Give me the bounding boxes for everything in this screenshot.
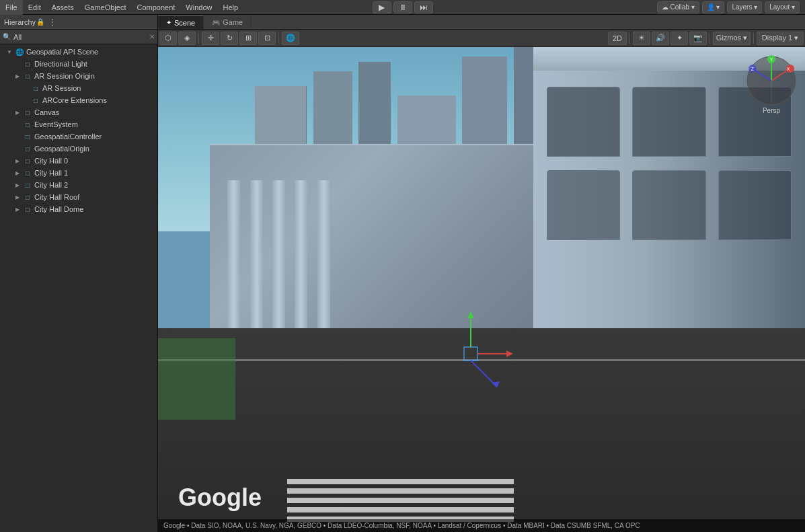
expand-arrow: ▶ bbox=[13, 72, 22, 80]
play-button[interactable]: ▶ bbox=[373, 1, 391, 13]
svg-text:X: X bbox=[787, 67, 790, 71]
cube-icon: □ bbox=[23, 192, 32, 202]
move-button[interactable]: ✛ bbox=[202, 32, 219, 45]
toolbar-separator bbox=[198, 33, 199, 44]
crosswalk-stripe bbox=[287, 488, 514, 494]
tree-item-geospatial-origin[interactable]: □ GeospatialOrigin bbox=[0, 143, 157, 155]
menu-help[interactable]: Help bbox=[217, 0, 243, 15]
menu-assets[interactable]: Assets bbox=[46, 0, 79, 15]
no-arrow bbox=[22, 96, 30, 104]
cube-icon: □ bbox=[31, 96, 40, 105]
hierarchy-tree: ▼ 🌐 Geospatial API Scene □ Directional L… bbox=[0, 44, 157, 532]
tab-game[interactable]: 🎮 Game bbox=[204, 15, 252, 29]
tree-item-label: AR Session bbox=[42, 84, 81, 92]
light-button[interactable]: ☀ bbox=[633, 32, 650, 45]
pause-button[interactable]: ⏸ bbox=[393, 1, 412, 13]
scale-button[interactable]: ⊞ bbox=[239, 32, 257, 45]
gizmos-button[interactable]: Gizmos ▾ bbox=[713, 32, 751, 45]
cube-icon: □ bbox=[23, 71, 32, 81]
tree-item-label: City Hall 2 bbox=[34, 181, 68, 189]
expand-arrow: ▶ bbox=[13, 157, 22, 165]
layout-button[interactable]: Layout ▾ bbox=[765, 1, 800, 13]
tree-item-label: ARCore Extensions bbox=[42, 96, 107, 104]
cube-icon: □ bbox=[23, 108, 32, 117]
tree-item-label: Canvas bbox=[34, 108, 59, 116]
cube-icon: □ bbox=[23, 156, 32, 165]
layers-button[interactable]: Layers ▾ bbox=[727, 1, 762, 13]
windows bbox=[547, 87, 792, 365]
tree-item-city-hall-0[interactable]: ▶ □ City Hall 0 bbox=[0, 155, 157, 167]
persp-label[interactable]: Persp bbox=[744, 107, 798, 114]
tree-item-city-hall-1[interactable]: ▶ □ City Hall 1 bbox=[0, 167, 157, 179]
scene-tab-icon: ✦ bbox=[166, 19, 171, 26]
hierarchy-search-input[interactable] bbox=[13, 33, 147, 41]
menu-edit[interactable]: Edit bbox=[23, 0, 46, 15]
audio-button[interactable]: 🔊 bbox=[652, 32, 669, 45]
tree-item-label: GeospatialController bbox=[34, 132, 102, 141]
sep5 bbox=[753, 33, 754, 44]
tree-item-geospatial-controller[interactable]: □ GeospatialController bbox=[0, 130, 157, 143]
svg-rect-0 bbox=[464, 347, 477, 360]
cube-icon: □ bbox=[23, 204, 32, 214]
cube-icon: □ bbox=[23, 59, 32, 69]
expand-arrow: ▶ bbox=[13, 181, 22, 189]
shaded-button[interactable]: ⬡ bbox=[159, 32, 177, 45]
expand-arrow: ▼ bbox=[5, 48, 13, 56]
tree-item-ar-session[interactable]: □ AR Session bbox=[0, 82, 157, 94]
tree-item-city-hall-roof[interactable]: ▶ □ City Hall Roof bbox=[0, 191, 157, 203]
rotate-button[interactable]: ↻ bbox=[221, 32, 238, 45]
camera-button[interactable]: 📷 bbox=[689, 32, 707, 45]
scene-game-tabs: ✦ Scene 🎮 Game bbox=[158, 15, 805, 30]
no-arrow bbox=[13, 120, 22, 128]
arch-window bbox=[547, 87, 620, 156]
wireframe-button[interactable]: ◈ bbox=[178, 32, 196, 45]
btn-2d[interactable]: 2D bbox=[608, 32, 627, 45]
collab-button[interactable]: ☁ Collab ▾ bbox=[657, 1, 699, 13]
tree-item-ar-session-origin[interactable]: ▶ □ AR Session Origin bbox=[0, 70, 157, 82]
tree-item-label: City Hall 1 bbox=[34, 169, 68, 177]
search-clear-icon[interactable]: ✕ bbox=[149, 33, 155, 40]
tree-item-city-hall-dome[interactable]: ▶ □ City Hall Dome bbox=[0, 203, 157, 215]
globe-button[interactable]: 🌐 bbox=[282, 32, 299, 45]
hierarchy-panel: Hierarchy 🔒 ⋮ 🔍 ✕ ▼ 🌐 Geospatial API Sce… bbox=[0, 15, 158, 532]
sep3 bbox=[629, 33, 630, 44]
tree-item-directional-light[interactable]: □ Directional Light bbox=[0, 58, 157, 70]
tree-item-eventsystem[interactable]: □ EventSystem bbox=[0, 118, 157, 130]
cube-icon: □ bbox=[23, 168, 32, 178]
crosswalk-stripe bbox=[287, 498, 514, 503]
orientation-gizmo[interactable]: X Y Z Persp bbox=[744, 54, 798, 108]
hierarchy-menu-icon[interactable]: ⋮ bbox=[48, 17, 57, 27]
game-tab-label: Game bbox=[223, 18, 243, 26]
tab-scene[interactable]: ✦ Scene bbox=[158, 15, 204, 29]
tree-item-label: GeospatialOrigin bbox=[34, 145, 89, 153]
tree-item-canvas[interactable]: ▶ □ Canvas bbox=[0, 106, 157, 118]
rect-button[interactable]: ⊡ bbox=[258, 32, 276, 45]
tree-item-city-hall-2[interactable]: ▶ □ City Hall 2 bbox=[0, 179, 157, 191]
expand-arrow: ▶ bbox=[13, 193, 22, 201]
hierarchy-lock-icon[interactable]: 🔒 bbox=[36, 17, 45, 27]
arch-window bbox=[547, 170, 620, 239]
tree-item-geospatial-api-scene[interactable]: ▼ 🌐 Geospatial API Scene bbox=[0, 46, 157, 58]
svg-marker-4 bbox=[506, 350, 513, 357]
tree-item-arcore-extensions[interactable]: □ ARCore Extensions bbox=[0, 94, 157, 106]
menu-gameobject[interactable]: GameObject bbox=[79, 0, 132, 15]
attribution-text: Google • Data SIO, NOAA, U.S. Navy, NGA,… bbox=[163, 522, 640, 529]
game-tab-icon: 🎮 bbox=[212, 19, 220, 26]
toolbar-separator-2 bbox=[278, 33, 279, 44]
step-button[interactable]: ⏭ bbox=[414, 1, 433, 13]
hierarchy-header-icons: 🔒 ⋮ bbox=[36, 17, 57, 27]
scene-viewport[interactable]: X Y Z Persp Google bbox=[158, 47, 805, 532]
expand-arrow: ▶ bbox=[13, 205, 22, 213]
account-button[interactable]: 👤 ▾ bbox=[702, 1, 725, 13]
tree-item-label: City Hall Roof bbox=[34, 193, 79, 201]
window-row-2 bbox=[547, 170, 792, 239]
fx-button[interactable]: ✦ bbox=[670, 32, 688, 45]
svg-line-5 bbox=[471, 360, 494, 384]
menu-window[interactable]: Window bbox=[180, 0, 217, 15]
display-button[interactable]: Display 1 ▾ bbox=[757, 32, 804, 45]
svg-text:Z: Z bbox=[751, 67, 755, 71]
viewport-attribution: Google • Data SIO, NOAA, U.S. Navy, NGA,… bbox=[158, 519, 805, 532]
menu-component[interactable]: Component bbox=[131, 0, 180, 15]
menu-file[interactable]: File bbox=[0, 0, 23, 15]
expand-arrow: ▶ bbox=[13, 169, 22, 177]
